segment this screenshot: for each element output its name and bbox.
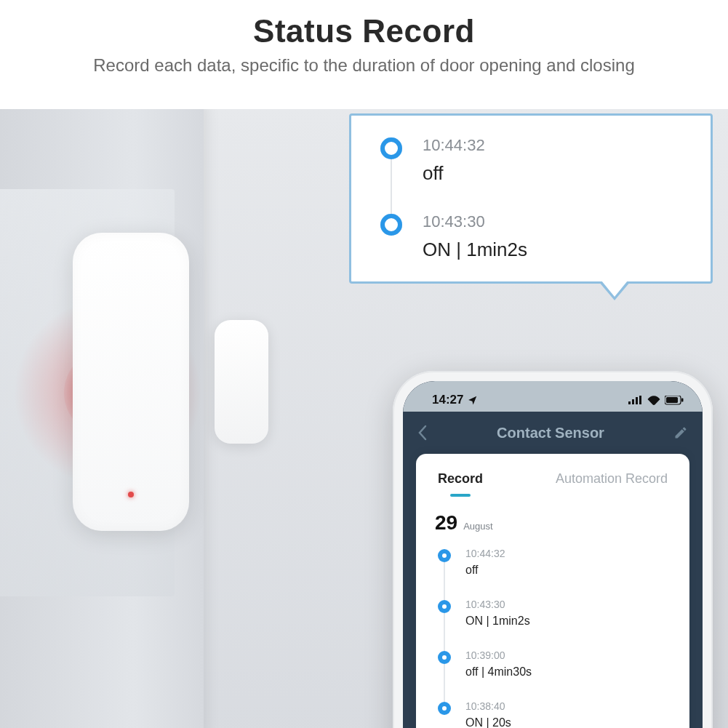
timeline-status: off [465,564,673,577]
timeline-dot-icon [438,549,451,562]
timeline-line [444,613,445,651]
date-day: 29 [435,511,457,535]
timeline-status: ON | 20s [465,716,673,728]
svg-rect-5 [666,397,678,403]
timeline-entry: 10:39:00 off | 4min30s [438,649,673,700]
page-subtitle: Record each data, specific to the durati… [0,55,728,76]
timeline-dot-icon [438,651,451,664]
timeline-time: 10:44:32 [465,548,673,559]
signal-icon [628,396,643,404]
timeline-line [444,562,445,600]
date-header: 29 August [435,511,673,535]
navbar: Contact Sensor [403,412,703,454]
edit-icon[interactable] [673,425,688,440]
callout-status: ON | 1min2s [423,239,692,261]
svg-rect-2 [636,397,638,404]
timeline-entry: 10:38:40 ON | 20s [438,700,673,728]
tab-automation-record[interactable]: Automation Record [556,471,668,497]
back-icon[interactable] [417,425,428,441]
timeline-entry: 10:43:30 ON | 1min2s [438,599,673,649]
tabs: Record Automation Record [432,468,673,497]
callout-status: off [423,162,692,185]
timeline-line [444,664,445,702]
sensor-led-icon [128,492,134,497]
svg-rect-1 [632,399,634,404]
status-callout: 10:44:32 off 10:43:30 ON | 1min2s [349,113,713,284]
timeline-entry: 10:44:32 off [438,548,673,599]
timeline-status: off | 4min30s [465,665,673,679]
record-card: Record Automation Record 29 August 10:44… [416,454,689,728]
svg-rect-3 [639,396,641,404]
statusbar-time: 14:27 [432,393,463,407]
scene: 10:44:32 off 10:43:30 ON | 1min2s 14:27 [0,109,728,728]
door-sensor-magnet [215,320,268,444]
page-title: Status Record [0,13,728,49]
callout-time: 10:44:32 [423,136,692,155]
timeline-dot-icon [380,137,402,159]
timeline-time: 10:43:30 [465,599,673,610]
timeline-line [391,159,392,215]
timeline-dot-icon [438,600,451,613]
phone-screen: 14:27 Contact Sensor Record [403,381,703,728]
date-month: August [463,521,492,532]
battery-icon [665,396,684,405]
wifi-icon [647,396,660,405]
timeline-status: ON | 1min2s [465,615,673,628]
door-sensor-main [73,233,189,531]
callout-time: 10:43:30 [423,212,692,231]
navbar-title: Contact Sensor [428,425,673,441]
callout-entry: 10:44:32 off [380,136,692,212]
phone-mockup: 14:27 Contact Sensor Record [393,371,713,728]
tab-record[interactable]: Record [438,471,483,497]
svg-rect-0 [628,401,631,404]
svg-rect-6 [681,398,684,401]
timeline-time: 10:39:00 [465,649,673,661]
timeline-time: 10:38:40 [465,700,673,712]
timeline-dot-icon [380,214,402,236]
timeline-dot-icon [438,702,451,715]
timeline: 10:44:32 off 10:43:30 ON | 1min2s [432,548,673,728]
callout-entry: 10:43:30 ON | 1min2s [380,212,692,264]
location-icon [468,395,478,405]
